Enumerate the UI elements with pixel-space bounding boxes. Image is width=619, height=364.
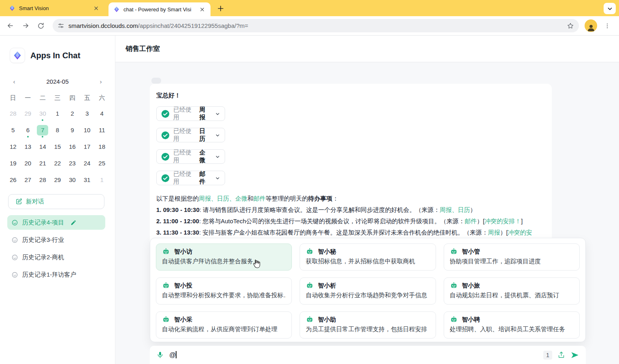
browser-menu-icon[interactable] (602, 21, 613, 31)
calendar-event-dot (42, 136, 43, 138)
agent-name: 智小聘 (462, 316, 480, 324)
used-tool-pill[interactable]: 已经使用 企微 (156, 149, 225, 164)
source-link[interactable]: 冲突的安排！ (485, 218, 521, 224)
source-link[interactable]: 周报 (488, 229, 500, 236)
new-chat-button[interactable]: 新对话 (8, 194, 104, 209)
upload-icon[interactable] (557, 351, 565, 359)
history-item-1[interactable]: 历史记录1-拜访客户 (7, 267, 105, 282)
agent-description: 自动规划出差日程，提供机票、酒店预订 (450, 292, 574, 299)
calendar-day[interactable]: 8 (50, 123, 65, 137)
calendar-day[interactable]: 3 (80, 107, 95, 120)
calendar-day[interactable]: 15 (50, 140, 65, 153)
send-icon[interactable] (570, 351, 579, 360)
agent-card-智小聘[interactable]: 智小聘 处理招聘、入职、培训和员工关系管理任务 (444, 311, 580, 339)
tab-title: chat - Powered by Smart Visi (123, 6, 195, 13)
calendar-day[interactable]: 19 (6, 157, 21, 170)
history-item-label: 历史记录1-拜访客户 (22, 271, 76, 279)
calendar-day[interactable]: 9 (65, 123, 80, 137)
agent-name: 智小投 (174, 282, 192, 290)
history-item-4[interactable]: 历史记录4-项目 (7, 215, 105, 230)
used-tool-pill[interactable]: 已经使用 周报 (156, 106, 225, 121)
new-chat-label: 新对话 (26, 198, 44, 205)
bookmark-star-icon[interactable] (567, 22, 574, 30)
forward-button[interactable] (19, 20, 32, 32)
sidebar: Apps In Chat ‹ 2024-05 › 日一二三四五六 2829301… (0, 36, 115, 364)
calendar-day[interactable]: 29 (21, 107, 36, 120)
used-tool-pill[interactable]: 已经使用 日历 (156, 128, 225, 142)
source-link[interactable]: 周报、日历 (440, 206, 470, 213)
calendar-day[interactable]: 1 (50, 107, 65, 120)
calendar-day[interactable]: 29 (50, 173, 65, 186)
tab-close-icon[interactable] (198, 6, 206, 13)
check-circle-icon (161, 152, 170, 161)
calendar-day[interactable]: 18 (94, 140, 109, 153)
agent-card-智小投[interactable]: 智小投 自动整理和分析投标文件要求，协助准备投标... (156, 277, 292, 305)
agent-card-智小访[interactable]: 智小访 自动提供客户拜访信息并整合服务 (156, 243, 292, 271)
history-item-3[interactable]: 历史记录3-行业 (7, 233, 105, 247)
history-list: 历史记录4-项目 历史记录3-行业 历史记录2-商机 历史记录1-拜访客户 (7, 215, 105, 282)
used-tool-pill[interactable]: 已经使用 邮件 (156, 171, 225, 185)
calendar-day[interactable]: 30 (35, 107, 50, 120)
calendar-day[interactable]: 13 (21, 140, 36, 153)
calendar-day[interactable]: 24 (80, 157, 95, 170)
calendar-day[interactable]: 25 (94, 157, 109, 170)
agent-card-智小采[interactable]: 智小采 自动化采购流程，从供应商管理到订单处理 (156, 311, 292, 339)
tab-close-icon[interactable] (92, 4, 100, 12)
agent-card-智小析[interactable]: 智小析 自动收集并分析行业市场趋势和竞争对手信息 (300, 277, 436, 305)
calendar-day[interactable]: 16 (65, 140, 80, 153)
calendar-day[interactable]: 26 (6, 173, 21, 186)
tab-smart-vision[interactable]: Smart Vision (4, 0, 104, 16)
calendar-day[interactable]: 2 (65, 107, 80, 120)
calendar-day[interactable]: 30 (65, 173, 80, 186)
calendar-day[interactable]: 6 (21, 123, 36, 137)
calendar-day[interactable]: 28 (6, 107, 21, 120)
message-input-text[interactable]: @ (169, 351, 177, 359)
chevron-down-icon[interactable] (215, 133, 220, 138)
agent-card-智小管[interactable]: 智小管 协助项目管理工作，追踪项目进度 (444, 243, 580, 271)
history-item-2[interactable]: 历史记录2-商机 (7, 250, 105, 265)
todo-text: : 安排与新客户金小姐在城市花园餐厅的商务午餐。这是加深关系并探讨未来合作机会的… (199, 229, 488, 236)
source-link[interactable]: 周报、日历、企微 (199, 195, 247, 202)
calendar-weekday: 日 (6, 92, 21, 104)
agent-card-智小秘[interactable]: 智小秘 获取招标信息，并从招标信息中获取商机 (300, 243, 436, 271)
chevron-down-icon[interactable] (215, 176, 220, 181)
message-input-bar[interactable]: @ 1 (150, 346, 586, 364)
site-settings-icon[interactable] (57, 22, 64, 29)
calendar-day[interactable]: 21 (35, 157, 50, 170)
edit-pencil-icon[interactable] (70, 220, 77, 226)
source-link[interactable]: 邮件 (465, 218, 477, 224)
calendar-day[interactable]: 20 (21, 157, 36, 170)
calendar-day[interactable]: 23 (65, 157, 80, 170)
agent-card-智小助[interactable]: 智小助 为员工提供日常工作管理支持，包括日程安排 (300, 311, 436, 339)
calendar-day-selected[interactable]: 7 (35, 123, 50, 137)
calendar-day[interactable]: 10 (80, 123, 95, 137)
calendar-day[interactable]: 5 (6, 123, 21, 137)
calendar-day[interactable]: 22 (50, 157, 65, 170)
reload-button[interactable] (35, 20, 47, 32)
calendar-day[interactable]: 12 (6, 140, 21, 153)
microphone-icon[interactable] (156, 351, 164, 359)
calendar-day[interactable]: 14 (35, 140, 50, 153)
url-bar[interactable]: smartvision.dcclouds.com/appsinchat/2404… (53, 19, 579, 32)
calendar-day[interactable]: 27 (21, 173, 36, 186)
calendar-day[interactable]: 28 (35, 173, 50, 186)
chevron-down-icon[interactable] (215, 111, 220, 116)
calendar-day[interactable]: 1 (94, 173, 109, 186)
profile-avatar[interactable] (585, 19, 597, 32)
chevron-down-icon[interactable] (215, 154, 220, 159)
tab-search-button[interactable] (604, 3, 616, 14)
chat-bubble-icon (11, 254, 18, 261)
calendar-day[interactable]: 17 (80, 140, 95, 153)
robot-icon (162, 281, 170, 290)
calendar-next-icon[interactable]: › (96, 76, 106, 87)
calendar-day[interactable]: 31 (80, 173, 95, 186)
calendar-day[interactable]: 4 (94, 107, 109, 120)
calendar-day[interactable]: 11 (94, 123, 109, 137)
source-link[interactable]: 邮件 (253, 195, 266, 202)
agent-card-智小旅[interactable]: 智小旅 自动规划出差日程，提供机票、酒店预订 (444, 277, 580, 305)
tab-chat-active[interactable]: chat - Powered by Smart Visi (108, 2, 211, 16)
new-tab-button[interactable] (215, 3, 226, 14)
calendar-prev-icon[interactable]: ‹ (9, 76, 19, 87)
back-button[interactable] (4, 20, 16, 32)
pill-status-text: 已经使用 (173, 127, 196, 143)
